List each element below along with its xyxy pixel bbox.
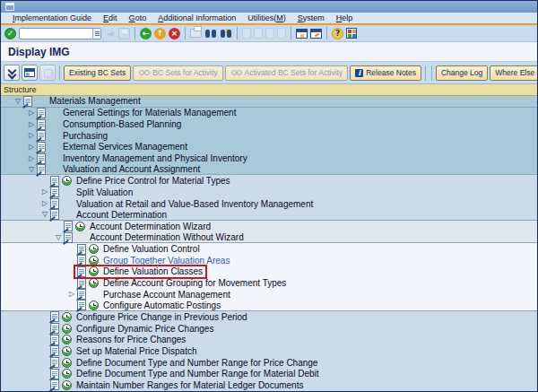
activity-clock-icon[interactable] [89,266,99,276]
img-doc-icon[interactable] [50,176,59,187]
tree-item-split-valuation[interactable]: ▷Split Valuation [1,187,537,198]
img-doc-icon[interactable] [77,278,86,289]
activity-clock-icon[interactable] [89,278,99,288]
img-doc-icon[interactable] [50,209,59,220]
tree-item-define-valuation-classes[interactable]: Define Valuation Classes [1,266,537,278]
img-doc-icon[interactable] [64,221,73,231]
change-log-button[interactable]: Change Log [436,65,488,81]
tree-item-purchasing[interactable]: ▷Purchasing [1,130,537,142]
img-doc-icon[interactable] [37,130,46,141]
activity-clock-icon[interactable] [62,369,72,379]
expand-icon[interactable]: ▷ [39,198,50,209]
help-icon[interactable]: ? [332,28,343,39]
tree-item-define-valuation-control[interactable]: Define Valuation Control [1,243,537,255]
tree-item-reasons-for-price-changes[interactable]: Reasons for Price Changes [1,334,537,345]
tree-item-define-document-type-and-number-range-for-price-change[interactable]: Define Document Type and Number Range fo… [1,357,537,369]
print-icon[interactable] [190,29,202,38]
customize-layout-icon[interactable] [346,28,357,39]
expand-chevrons-icon[interactable] [4,65,20,81]
activity-clock-icon[interactable] [62,346,72,356]
activity-clock-icon[interactable] [75,222,85,231]
exit-icon[interactable]: ↑ [154,28,166,39]
tree-item-valuation-and-account-assignment[interactable]: ▽Valuation and Account Assignment [1,164,537,176]
menu-item-goto[interactable]: Goto [129,13,147,22]
collapse-icon[interactable]: ▽ [53,232,64,243]
activity-clock-icon[interactable] [62,358,72,368]
tree-item-account-determination[interactable]: ▽Account Determination [1,209,537,221]
back-icon[interactable]: ← [140,28,152,39]
command-dropdown-icon[interactable] [92,29,100,39]
img-doc-icon[interactable] [23,96,32,107]
menu-item-help[interactable]: Help [336,13,353,22]
menu-item-edit[interactable]: Edit [103,13,117,22]
find-icon[interactable] [204,28,217,39]
expand-icon[interactable]: ▷ [26,142,37,152]
expand-icon[interactable]: ▷ [66,289,77,300]
create-shortcut-icon[interactable] [310,29,322,39]
activity-clock-icon[interactable] [62,380,72,390]
img-doc-icon[interactable] [50,198,59,209]
menu-item-utilities-m[interactable]: Utilities(M) [247,13,286,22]
expand-icon[interactable]: ▷ [26,153,37,164]
img-doc-icon[interactable] [50,357,59,368]
expand-icon[interactable]: ▷ [39,187,50,197]
img-doc-icon[interactable] [50,345,59,356]
activity-clock-icon[interactable] [89,244,99,254]
new-session-icon[interactable] [296,29,308,39]
expand-icon[interactable]: ▷ [26,108,37,118]
activity-clock-icon[interactable] [89,301,99,310]
tree-item-account-determination-without-wizard[interactable]: ▽Account Determination Without Wizard [1,232,537,244]
collapse-icon[interactable]: ▽ [39,209,50,220]
collapse-icon[interactable]: ▽ [26,164,37,175]
cancel-icon[interactable]: × [169,28,180,39]
activity-clock-icon[interactable] [62,176,72,186]
where-else-used-button[interactable]: Where Else Used [490,65,537,81]
img-doc-icon[interactable] [37,153,46,164]
img-doc-icon[interactable] [37,164,46,175]
img-doc-icon[interactable] [50,323,59,334]
img-doc-icon[interactable] [37,119,46,130]
tree-item-valuation-at-retail-and-value-based-inventory-management[interactable]: ▷Valuation at Retail and Value-Based Inv… [1,198,537,210]
tree-item-define-account-grouping-for-movement-types[interactable]: Define Account Grouping for Movement Typ… [1,277,537,289]
activity-clock-icon[interactable] [62,335,72,344]
img-doc-icon[interactable] [37,108,46,118]
img-doc-icon[interactable] [50,335,59,345]
tree-item-consumption-based-planning[interactable]: ▷Consumption-Based Planning [1,118,537,130]
tree-item-inventory-management-and-physical-inventory[interactable]: ▷Inventory Management and Physical Inven… [1,152,537,164]
activity-clock-icon[interactable] [62,324,72,334]
enter-icon[interactable]: ✓ [4,28,16,39]
tree-item-set-up-material-price-dispatch[interactable]: Set up Material Price Dispatch [1,345,537,357]
existing-bc-sets-button[interactable]: Existing BC Sets [64,65,131,81]
img-doc-icon[interactable] [50,187,59,197]
release-notes-button[interactable]: iRelease Notes [350,65,421,81]
img-doc-icon[interactable] [50,311,59,322]
tree-item-maintain-number-ranges-for-material-ledger-documents[interactable]: Maintain Number Ranges for Material Ledg… [1,379,537,391]
img-doc-icon[interactable] [64,232,73,243]
img-doc-icon[interactable] [77,244,86,255]
expand-icon[interactable]: ▷ [26,130,37,141]
tree-item-configure-dynamic-price-changes[interactable]: Configure Dynamic Price Changes [1,323,537,335]
menu-item-additional-information[interactable]: Additional Information [158,13,236,22]
img-doc-icon[interactable] [77,300,86,310]
command-input[interactable] [20,29,92,38]
tree-item-general-settings-for-materials-management[interactable]: ▷General Settings for Materials Manageme… [1,108,537,119]
activity-clock-icon[interactable] [62,312,72,322]
command-field[interactable] [19,28,101,39]
menu-item-implementation-guide[interactable]: Implementation Guide [13,13,91,22]
tree-item-configure-automatic-postings[interactable]: Configure Automatic Postings [1,301,537,312]
find-next-icon[interactable] [220,28,232,39]
img-doc-icon[interactable] [77,266,86,277]
tree-item-purchase-account-management[interactable]: ▷Purchase Account Management [1,289,537,301]
tree-item-external-services-management[interactable]: ▷External Services Management [1,142,537,153]
expand-icon[interactable]: ▷ [26,119,37,130]
display-options-icon[interactable] [22,65,38,81]
img-doc-icon[interactable] [50,379,59,390]
window-icon[interactable] [5,3,14,11]
collapse-icon[interactable]: ▽ [13,96,23,107]
img-doc-icon[interactable] [50,369,59,379]
img-doc-icon[interactable] [37,142,46,152]
tree-item-define-price-control-for-material-types[interactable]: Define Price Control for Material Types [1,175,537,187]
img-doc-icon[interactable] [77,289,86,300]
tree-item-configure-price-change-in-previous-period[interactable]: Configure Price Change in Previous Perio… [1,311,537,323]
menu-item-system[interactable]: System [298,13,325,22]
